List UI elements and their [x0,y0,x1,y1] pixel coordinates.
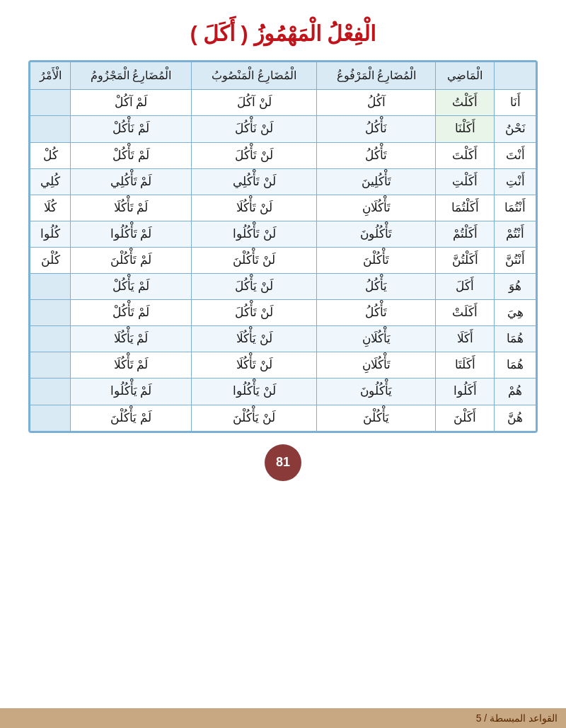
cell-past: أَكَلْتُ [436,90,495,116]
cell-past: أَكَلُوا [436,379,495,405]
table-row: أَنْتُمْأَكَلْتُمْتَأْكُلُونَلَنْ تَأْكُ… [30,221,536,247]
table-row: هُمَاأَكَلَتَاتَأْكُلَانِلَنْ تَأْكُلَال… [30,352,536,379]
cell-present_marfu: تَأْكُلُ [317,300,436,326]
cell-present_mansub: لَنْ تَأْكُلَ [191,300,317,326]
col-header-present-majzum: الْمُضَارِعُ الْمَجْزُومُ [71,62,192,90]
footer-bar-text: القواعد المبسطة / 5 [476,712,558,724]
cell-present_marfu: يَأْكُلْنَ [317,405,436,431]
footer: 81 [28,444,538,481]
cell-amr [30,326,71,352]
cell-present_mansub: لَنْ تَأْكُلَ [191,142,317,168]
table-row: أَنَاأَكَلْتُآكُلُلَنْ آكُلَلَمْ آكُلْ [30,90,536,116]
cell-present_mansub: لَنْ تَأْكُلُوا [191,221,317,247]
cell-present_majzum: لَمْ تَأْكُلُوا [71,221,192,247]
cell-pronoun: هُمْ [495,379,536,405]
cell-past: أَكَلْتُنَّ [436,247,495,273]
cell-present_mansub: لَنْ آكُلَ [191,90,317,116]
cell-present_mansub: لَنْ نَأْكُلَ [191,116,317,142]
cell-pronoun: أَنْتُنَّ [495,247,536,273]
table-row: هُمَاأَكَلَايَأْكُلَانِلَنْ يَأْكُلَالَم… [30,326,536,352]
cell-present_marfu: تَأْكُلُونَ [317,221,436,247]
cell-amr [30,300,71,326]
cell-present_marfu: تَأْكُلْنَ [317,247,436,273]
cell-present_marfu: يَأْكُلُونَ [317,379,436,405]
cell-amr [30,379,71,405]
col-header-pronoun [495,62,536,90]
col-header-present-mansub: الْمُضَارِعُ الْمَنْصُوبُ [191,62,317,90]
table-row: أَنْتَأَكَلْتَتَأْكُلُلَنْ تَأْكُلَلَمْ … [30,142,536,168]
table-row: أَنْتِأَكَلْتِتَأْكُلِينَلَنْ تَأْكُلِيل… [30,168,536,195]
cell-amr: كُلْ [30,142,71,168]
table-row: نَحْنُأَكَلْنَانَأْكُلُلَنْ نَأْكُلَلَمْ… [30,116,536,142]
cell-present_majzum: لَمْ يَأْكُلُوا [71,379,192,405]
cell-past: أَكَلَا [436,326,495,352]
cell-present_majzum: لَمْ تَأْكُلْ [71,300,192,326]
cell-past: أَكَلْتَ [436,142,495,168]
cell-present_majzum: لَمْ نَأْكُلْ [71,116,192,142]
cell-past: أَكَلْتِ [436,168,495,195]
cell-amr: كُلُوا [30,221,71,247]
cell-present_majzum: لَمْ يَأْكُلَا [71,326,192,352]
cell-past: أَكَلْتُمَا [436,195,495,221]
cell-present_mansub: لَنْ يَأْكُلَ [191,274,317,300]
cell-pronoun: أَنَا [495,90,536,116]
cell-present_marfu: تَأْكُلَانِ [317,195,436,221]
page: الْفِعْلُ الْمَهْمُوزُ ( أَكَلَ ) الْمَا… [0,0,566,728]
cell-present_majzum: لَمْ يَأْكُلْنَ [71,405,192,431]
cell-amr [30,116,71,142]
cell-present_majzum: لَمْ تَأْكُلْ [71,142,192,168]
table-row: هُوَأَكَلَيَأْكُلُلَنْ يَأْكُلَلَمْ يَأْ… [30,274,536,300]
table-row: هِيَأَكَلَتْتَأْكُلُلَنْ تَأْكُلَلَمْ تَ… [30,300,536,326]
cell-pronoun: أَنْتِ [495,168,536,195]
cell-pronoun: أَنْتُمْ [495,221,536,247]
cell-pronoun: هُمَا [495,352,536,379]
conjugation-table-wrapper: الْمَاضِي الْمُضَارِعُ الْمَرْفُوعُ الْم… [28,60,538,433]
cell-present_marfu: يَأْكُلُ [317,274,436,300]
cell-present_majzum: لَمْ آكُلْ [71,90,192,116]
cell-pronoun: أَنْتَ [495,142,536,168]
cell-amr [30,90,71,116]
col-header-past: الْمَاضِي [436,62,495,90]
cell-past: أَكَلَتَا [436,352,495,379]
cell-present_majzum: لَمْ تَأْكُلِي [71,168,192,195]
conjugation-table: الْمَاضِي الْمُضَارِعُ الْمَرْفُوعُ الْم… [30,62,536,432]
cell-present_marfu: نَأْكُلُ [317,116,436,142]
cell-amr [30,405,71,431]
table-header-row: الْمَاضِي الْمُضَارِعُ الْمَرْفُوعُ الْم… [30,62,536,90]
cell-present_marfu: آكُلُ [317,90,436,116]
cell-pronoun: هُمَا [495,326,536,352]
cell-present_mansub: لَنْ تَأْكُلْنَ [191,247,317,273]
cell-past: أَكَلْتُمْ [436,221,495,247]
table-row: هُنَّأَكَلْنَيَأْكُلْنَلَنْ يَأْكُلْنَلَ… [30,405,536,431]
cell-pronoun: نَحْنُ [495,116,536,142]
col-header-amr: الْأَمْرُ [30,62,71,90]
cell-present_mansub: لَنْ يَأْكُلُوا [191,379,317,405]
table-row: هُمْأَكَلُوايَأْكُلُونَلَنْ يَأْكُلُوالَ… [30,379,536,405]
footer-bar: القواعد المبسطة / 5 [0,708,566,728]
cell-past: أَكَلَتْ [436,300,495,326]
table-row: أَنْتُنَّأَكَلْتُنَّتَأْكُلْنَلَنْ تَأْك… [30,247,536,273]
cell-present_majzum: لَمْ تَأْكُلْنَ [71,247,192,273]
cell-present_majzum: لَمْ تَأْكُلَا [71,195,192,221]
cell-amr: كُلِي [30,168,71,195]
cell-pronoun: هُوَ [495,274,536,300]
cell-present_marfu: تَأْكُلُ [317,142,436,168]
col-header-present-marfu: الْمُضَارِعُ الْمَرْفُوعُ [317,62,436,90]
cell-amr [30,352,71,379]
cell-present_majzum: لَمْ تَأْكُلَا [71,352,192,379]
cell-present_mansub: لَنْ يَأْكُلَا [191,326,317,352]
cell-pronoun: هُنَّ [495,405,536,431]
cell-present_majzum: لَمْ يَأْكُلْ [71,274,192,300]
cell-amr [30,274,71,300]
cell-pronoun: أَنْتُمَا [495,195,536,221]
cell-present_mansub: لَنْ تَأْكُلَا [191,352,317,379]
page-title: الْفِعْلُ الْمَهْمُوزُ ( أَكَلَ ) [190,21,376,46]
cell-present_mansub: لَنْ تَأْكُلِي [191,168,317,195]
cell-pronoun: هِيَ [495,300,536,326]
cell-past: أَكَلْنَ [436,405,495,431]
cell-present_marfu: تَأْكُلَانِ [317,352,436,379]
page-number: 81 [265,444,301,481]
cell-past: أَكَلْنَا [436,116,495,142]
cell-present_marfu: يَأْكُلَانِ [317,326,436,352]
cell-present_mansub: لَنْ يَأْكُلْنَ [191,405,317,431]
